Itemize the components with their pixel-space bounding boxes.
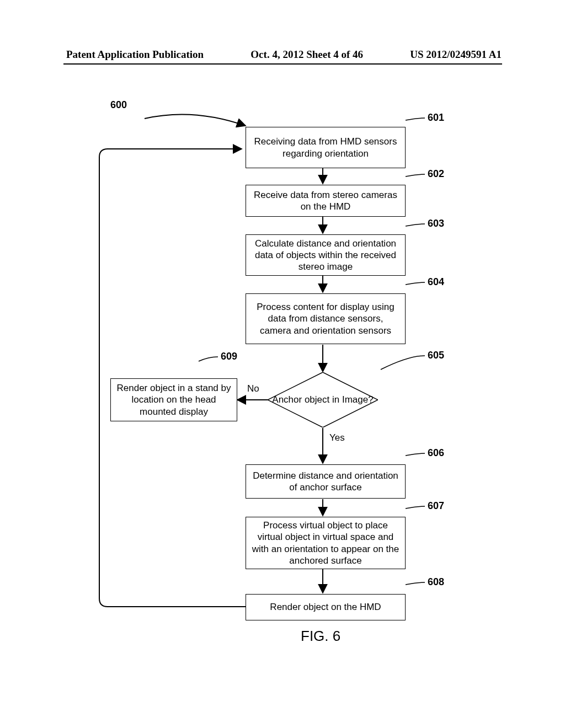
header-right: US 2012/0249591 A1 [410,49,502,61]
step-604-process-content: Process content for display using data f… [246,293,406,344]
step-607-text: Process virtual object to place virtual … [252,520,399,566]
figure-caption: FIG. 6 [301,628,340,645]
step-608-text: Render object on the HMD [270,601,381,613]
ref-608: 608 [428,576,444,588]
ref-609: 609 [221,351,237,362]
step-603-text: Calculate distance and orientation data … [252,238,399,273]
header-left: Patent Application Publication [66,49,204,61]
ref-603: 603 [428,218,444,229]
label-no: No [247,383,259,394]
ref-600: 600 [110,99,127,111]
decision-605-anchor-object: Anchor object in Image? [268,372,378,427]
ref-602: 602 [428,168,444,180]
step-601-receive-hmd-sensor-data: Receiving data from HMD sensors regardin… [246,127,406,168]
header-divider [63,63,502,65]
ref-605: 605 [428,350,444,361]
step-604-text: Process content for display using data f… [252,301,399,336]
page-header: Patent Application Publication Oct. 4, 2… [0,49,565,61]
step-608-render-on-hmd: Render object on the HMD [246,594,406,620]
label-yes: Yes [329,432,345,443]
ref-606: 606 [428,447,444,459]
flowchart: 600 601 602 603 604 605 609 606 607 608 … [0,94,565,700]
step-606-determine-anchor: Determine distance and orientation of an… [246,464,406,499]
header-center: Oct. 4, 2012 Sheet 4 of 46 [250,49,363,61]
step-609-text: Render object in a stand by location on … [116,382,231,417]
step-606-text: Determine distance and orientation of an… [252,470,399,494]
step-603-calculate-distance: Calculate distance and orientation data … [246,234,406,276]
ref-604: 604 [428,276,444,288]
decision-605-text: Anchor object in Image? [272,394,373,405]
ref-607: 607 [428,500,444,512]
step-602-text: Receive data from stereo cameras on the … [252,189,399,213]
step-601-text: Receiving data from HMD sensors regardin… [252,136,399,159]
step-602-receive-stereo-data: Receive data from stereo cameras on the … [246,185,406,217]
ref-601: 601 [428,112,444,124]
step-607-process-virtual-object: Process virtual object to place virtual … [246,517,406,569]
step-609-render-standby: Render object in a stand by location on … [110,378,237,421]
